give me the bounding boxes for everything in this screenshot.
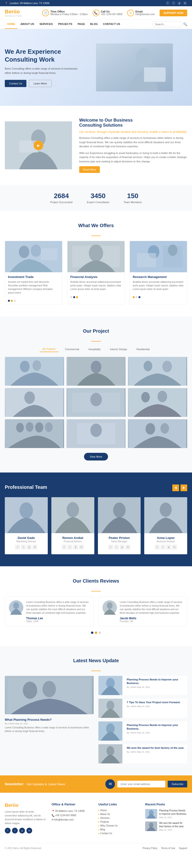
support-button[interactable]: SUPPORT NOW [160, 9, 187, 16]
footer-post-content-1: Planning Process Needs to Improve your B… [159, 809, 187, 818]
team-twitter-icon[interactable]: t [21, 545, 26, 550]
team-google-icon[interactable]: g [166, 545, 171, 550]
contact-us-button[interactable]: Contact Us [5, 80, 26, 87]
footer-about-col: Beriio Lorem ipsum dolor sit amet, conse… [5, 803, 47, 836]
services-section: What We Offers Investment Trade Investm … [0, 211, 192, 316]
footer-link-projects[interactable]: Projects [99, 820, 140, 823]
team-facebook-icon[interactable]: f [62, 545, 66, 550]
review-role-2: Founder, UK [120, 620, 183, 623]
search-input[interactable] [153, 21, 182, 27]
facebook-icon[interactable]: f [166, 1, 170, 5]
footer-contact-info: 📍 09 Walkers Lanz, TX 13596 📞 +09 1234-5… [52, 809, 93, 822]
news-article-title-4: We won the award for best factory of the… [127, 746, 185, 750]
googleplus-icon[interactable]: g [177, 1, 182, 5]
review-dot-2[interactable] [95, 631, 97, 634]
team-google-icon[interactable]: g [27, 545, 31, 550]
footer-post-content-2: We won the award for best factory of the… [159, 822, 187, 831]
header: Beriio CONSULTING 🕐 Time Office Monday t… [0, 6, 192, 20]
view-more-button[interactable]: View More [84, 453, 108, 461]
newsletter-email-input[interactable] [117, 781, 165, 787]
footer-google-icon[interactable]: g [19, 828, 25, 834]
team-twitter-icon[interactable]: t [161, 545, 165, 550]
review-name-2: Jacob Wells [120, 617, 183, 620]
footer-social-links: f t g in [5, 828, 47, 834]
team-google-icon[interactable]: g [120, 545, 125, 550]
time-office-info: 🕐 Time Office Monday to Friday 9:00am - … [42, 9, 88, 16]
team-role-4: Business Analyst [147, 540, 184, 543]
footer-contact-col: Office & Partner 📍 09 Walkers Lanz, TX 1… [52, 803, 93, 836]
footer-posts-title: Recent Posts [145, 803, 187, 806]
svg-point-35 [16, 423, 24, 432]
service-title-1: Investment Trade [8, 275, 59, 279]
footer-linkedin-icon[interactable]: in [26, 828, 32, 834]
play-button[interactable]: ▶ [34, 141, 43, 150]
footer-link-home[interactable]: Home [99, 809, 140, 812]
nav-blog[interactable]: BLOG [88, 20, 100, 29]
twitter-icon[interactable]: t [171, 1, 176, 5]
hero-content: We Are ExperienceConsulting Work Berio C… [5, 48, 82, 87]
read-more-button[interactable]: Read More [79, 166, 100, 173]
team-linkedin-icon[interactable]: in [126, 545, 130, 550]
location-icon: 📍 [5, 2, 8, 5]
team-facebook-icon[interactable]: f [155, 545, 160, 550]
linkedin-icon[interactable]: in [183, 1, 187, 5]
filter-interior[interactable]: Interior Design [107, 346, 130, 352]
footer-link-contact[interactable]: Contact Us [99, 832, 140, 835]
svg-point-17 [168, 244, 177, 256]
nav-services[interactable]: SERVICES [37, 20, 55, 29]
footer-twitter-icon[interactable]: t [12, 828, 18, 834]
filter-residential[interactable]: Residential [134, 346, 153, 352]
newsletter-subscribe-button[interactable]: Subscribe [168, 781, 187, 787]
footer-link-why[interactable]: Why Choose Us [99, 824, 140, 827]
nav-page[interactable]: PAGE [75, 20, 87, 29]
team-facebook-icon[interactable]: f [15, 545, 20, 550]
team-linkedin-icon[interactable]: in [172, 545, 177, 550]
footer-link-about[interactable]: About Us [99, 813, 140, 815]
team-name-2: Remon Andial [54, 536, 91, 540]
team-card-1: David Gade Marketing Director f t g in [5, 497, 48, 554]
service-body-3: Research Management Anahita donec accums… [130, 272, 187, 294]
footer-facebook-icon[interactable]: f [5, 828, 10, 834]
search-icon[interactable]: 🔍 [183, 22, 187, 26]
team-linkedin-icon[interactable]: in [79, 545, 84, 550]
review-dot-1[interactable] [91, 631, 93, 634]
nav-about[interactable]: ABOUT US [18, 20, 36, 29]
project-item [5, 357, 64, 386]
svg-point-54 [13, 602, 19, 609]
team-info-1: David Gade Marketing Director f t g in [5, 533, 48, 554]
svg-point-52 [160, 502, 172, 517]
newsletter-section: Newsletter: Get Updates & Latest News ✉ … [0, 775, 192, 793]
about-subtitle: Our services, through corporate renewal … [79, 130, 187, 133]
team-prev-button[interactable] [172, 485, 179, 491]
team-google-icon[interactable]: g [73, 545, 78, 550]
stat-members-label: Team Members [124, 201, 142, 204]
review-dot-3[interactable] [99, 631, 101, 634]
filter-all[interactable]: All Projects [39, 346, 59, 352]
filter-commercial[interactable]: Commercial [62, 346, 82, 352]
service-img-1 [5, 241, 62, 272]
footer-privacy-link[interactable]: Privacy Policy [142, 847, 158, 849]
about-text-2: With our Experience struggling to avoid … [79, 151, 187, 164]
nav-home[interactable]: HOME [5, 20, 18, 29]
footer-link-blog[interactable]: Blog [99, 828, 140, 831]
footer-post-meta-2: May 12, 2021 [159, 829, 187, 831]
team-twitter-icon[interactable]: t [67, 545, 72, 550]
filter-hospitality[interactable]: Hospitality [86, 346, 104, 352]
team-next-button[interactable] [181, 485, 187, 491]
nav-projects[interactable]: PROJECTS [56, 20, 75, 29]
about-image: ▶ [5, 121, 72, 169]
team-facebook-icon[interactable]: f [108, 545, 113, 550]
logo[interactable]: Beriio CONSULTING [5, 9, 22, 17]
learn-more-button[interactable]: Learn More [29, 80, 51, 87]
team-linkedin-icon[interactable]: in [32, 545, 37, 550]
projects-filter: All Projects Commercial Hospitality Inte… [5, 346, 187, 352]
footer-post-meta-1: May 24, 2021 [159, 816, 187, 818]
footer-support-link[interactable]: Support [179, 847, 187, 849]
nav-contact[interactable]: CONTACT US [101, 20, 122, 29]
footer-terms-link[interactable]: Terms of Use [161, 847, 175, 849]
review-card-2: Lorem Consulting Business offers a wide … [99, 596, 187, 627]
team-social-1: f t g in [8, 545, 45, 551]
footer-link-services[interactable]: Services [99, 817, 140, 819]
stat-consultants-number: 3450 [87, 192, 109, 200]
team-twitter-icon[interactable]: t [114, 545, 119, 550]
